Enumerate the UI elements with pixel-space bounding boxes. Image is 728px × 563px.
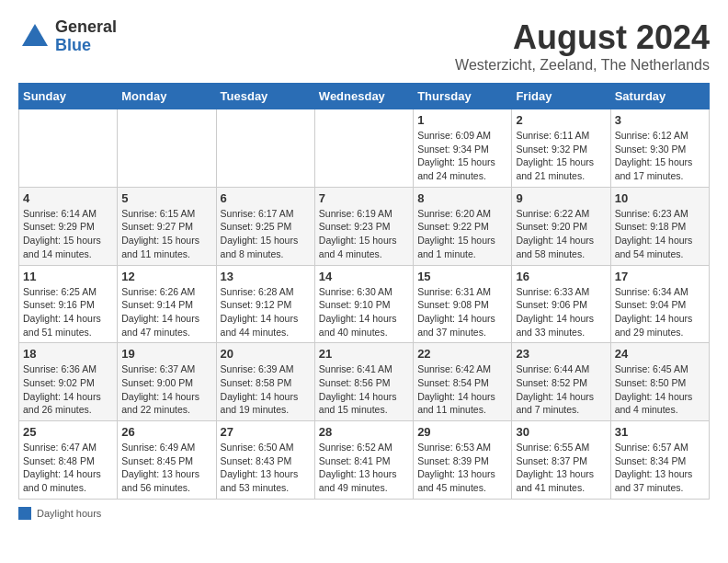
- day-info: Sunrise: 6:55 AMSunset: 8:37 PMDaylight:…: [516, 441, 606, 495]
- day-cell: 16Sunrise: 6:33 AMSunset: 9:06 PMDayligh…: [512, 265, 610, 343]
- day-info: Sunrise: 6:30 AMSunset: 9:10 PMDaylight:…: [319, 285, 409, 339]
- day-info: Sunrise: 6:37 AMSunset: 9:00 PMDaylight:…: [121, 362, 211, 417]
- location-title: Westerzicht, Zeeland, The Netherlands: [455, 57, 710, 74]
- week-row-4: 18Sunrise: 6:36 AMSunset: 9:02 PMDayligh…: [19, 343, 710, 421]
- day-number: 11: [23, 270, 113, 283]
- day-number: 25: [23, 425, 113, 439]
- day-number: 23: [516, 347, 606, 361]
- day-number: 20: [221, 347, 311, 361]
- day-info: Sunrise: 6:42 AMSunset: 8:54 PMDaylight:…: [417, 362, 507, 417]
- day-number: 26: [121, 425, 211, 439]
- day-cell: 17Sunrise: 6:34 AMSunset: 9:04 PMDayligh…: [610, 265, 709, 343]
- day-cell: 2Sunrise: 6:11 AMSunset: 9:32 PMDaylight…: [512, 109, 610, 188]
- day-cell: 28Sunrise: 6:52 AMSunset: 8:41 PMDayligh…: [314, 421, 413, 500]
- day-number: 1: [417, 113, 507, 127]
- logo-text: General Blue: [55, 18, 117, 55]
- day-number: 3: [615, 113, 705, 127]
- day-info: Sunrise: 6:20 AMSunset: 9:22 PMDaylight:…: [417, 207, 507, 261]
- day-cell: 15Sunrise: 6:31 AMSunset: 9:08 PMDayligh…: [414, 265, 512, 343]
- legend-color: [18, 507, 31, 520]
- day-cell: 30Sunrise: 6:55 AMSunset: 8:37 PMDayligh…: [512, 421, 610, 500]
- day-info: Sunrise: 6:57 AMSunset: 8:34 PMDaylight:…: [615, 441, 705, 495]
- day-info: Sunrise: 6:14 AMSunset: 9:29 PMDaylight:…: [23, 207, 113, 261]
- day-cell: 31Sunrise: 6:57 AMSunset: 8:34 PMDayligh…: [610, 421, 709, 500]
- logo: General Blue: [18, 18, 117, 55]
- day-number: 9: [516, 191, 606, 205]
- day-info: Sunrise: 6:44 AMSunset: 8:52 PMDaylight:…: [516, 362, 606, 417]
- day-cell: 29Sunrise: 6:53 AMSunset: 8:39 PMDayligh…: [414, 421, 512, 500]
- day-info: Sunrise: 6:12 AMSunset: 9:30 PMDaylight:…: [615, 129, 705, 183]
- header-cell-tuesday: Tuesday: [216, 84, 314, 109]
- header-cell-friday: Friday: [512, 84, 610, 109]
- logo-icon: [18, 20, 51, 53]
- day-info: Sunrise: 6:22 AMSunset: 9:20 PMDaylight:…: [516, 207, 606, 261]
- day-info: Sunrise: 6:17 AMSunset: 9:25 PMDaylight:…: [221, 207, 311, 261]
- day-number: 27: [221, 425, 311, 439]
- title-area: August 2024 Westerzicht, Zeeland, The Ne…: [455, 18, 710, 74]
- day-number: 5: [121, 191, 211, 205]
- day-info: Sunrise: 6:49 AMSunset: 8:45 PMDaylight:…: [121, 441, 211, 495]
- day-info: Sunrise: 6:53 AMSunset: 8:39 PMDaylight:…: [417, 441, 507, 495]
- day-cell: [216, 109, 314, 188]
- day-info: Sunrise: 6:39 AMSunset: 8:58 PMDaylight:…: [221, 362, 311, 417]
- day-info: Sunrise: 6:47 AMSunset: 8:48 PMDaylight:…: [23, 441, 113, 495]
- day-cell: 6Sunrise: 6:17 AMSunset: 9:25 PMDaylight…: [216, 187, 314, 265]
- day-number: 21: [319, 347, 409, 361]
- day-info: Sunrise: 6:15 AMSunset: 9:27 PMDaylight:…: [121, 207, 211, 261]
- day-cell: 10Sunrise: 6:23 AMSunset: 9:18 PMDayligh…: [610, 187, 709, 265]
- day-number: 17: [615, 270, 705, 283]
- day-number: 22: [417, 347, 507, 361]
- day-cell: 26Sunrise: 6:49 AMSunset: 8:45 PMDayligh…: [118, 421, 216, 500]
- day-number: 14: [319, 270, 409, 283]
- day-number: 10: [615, 191, 705, 205]
- day-info: Sunrise: 6:41 AMSunset: 8:56 PMDaylight:…: [319, 362, 409, 417]
- day-info: Sunrise: 6:52 AMSunset: 8:41 PMDaylight:…: [319, 441, 409, 495]
- calendar-header: SundayMondayTuesdayWednesdayThursdayFrid…: [19, 84, 710, 109]
- day-info: Sunrise: 6:34 AMSunset: 9:04 PMDaylight:…: [615, 285, 705, 339]
- day-info: Sunrise: 6:26 AMSunset: 9:14 PMDaylight:…: [121, 285, 211, 339]
- day-cell: 20Sunrise: 6:39 AMSunset: 8:58 PMDayligh…: [216, 343, 314, 421]
- calendar-table: SundayMondayTuesdayWednesdayThursdayFrid…: [18, 83, 710, 500]
- day-info: Sunrise: 6:23 AMSunset: 9:18 PMDaylight:…: [615, 207, 705, 261]
- day-cell: 27Sunrise: 6:50 AMSunset: 8:43 PMDayligh…: [216, 421, 314, 500]
- day-cell: [118, 109, 216, 188]
- week-row-3: 11Sunrise: 6:25 AMSunset: 9:16 PMDayligh…: [19, 265, 710, 343]
- month-title: August 2024: [455, 18, 710, 57]
- day-cell: 12Sunrise: 6:26 AMSunset: 9:14 PMDayligh…: [118, 265, 216, 343]
- day-cell: 23Sunrise: 6:44 AMSunset: 8:52 PMDayligh…: [512, 343, 610, 421]
- day-info: Sunrise: 6:09 AMSunset: 9:34 PMDaylight:…: [417, 129, 507, 183]
- day-info: Sunrise: 6:19 AMSunset: 9:23 PMDaylight:…: [319, 207, 409, 261]
- header-cell-sunday: Sunday: [19, 84, 118, 109]
- day-cell: 19Sunrise: 6:37 AMSunset: 9:00 PMDayligh…: [118, 343, 216, 421]
- day-cell: 11Sunrise: 6:25 AMSunset: 9:16 PMDayligh…: [19, 265, 118, 343]
- day-cell: [19, 109, 118, 188]
- day-cell: 14Sunrise: 6:30 AMSunset: 9:10 PMDayligh…: [314, 265, 413, 343]
- day-number: 18: [23, 347, 113, 361]
- day-number: 29: [417, 425, 507, 439]
- day-number: 4: [23, 191, 113, 205]
- day-cell: 24Sunrise: 6:45 AMSunset: 8:50 PMDayligh…: [610, 343, 709, 421]
- header-cell-monday: Monday: [118, 84, 216, 109]
- day-cell: 21Sunrise: 6:41 AMSunset: 8:56 PMDayligh…: [314, 343, 413, 421]
- day-number: 24: [615, 347, 705, 361]
- header-row: SundayMondayTuesdayWednesdayThursdayFrid…: [19, 84, 710, 109]
- day-info: Sunrise: 6:25 AMSunset: 9:16 PMDaylight:…: [23, 285, 113, 339]
- day-info: Sunrise: 6:28 AMSunset: 9:12 PMDaylight:…: [221, 285, 311, 339]
- day-cell: 7Sunrise: 6:19 AMSunset: 9:23 PMDaylight…: [314, 187, 413, 265]
- day-info: Sunrise: 6:50 AMSunset: 8:43 PMDaylight:…: [221, 441, 311, 495]
- day-number: 6: [221, 191, 311, 205]
- day-number: 13: [221, 270, 311, 283]
- day-cell: 4Sunrise: 6:14 AMSunset: 9:29 PMDaylight…: [19, 187, 118, 265]
- day-number: 8: [417, 191, 507, 205]
- calendar-body: 1Sunrise: 6:09 AMSunset: 9:34 PMDaylight…: [19, 109, 710, 500]
- legend-text: Daylight hours: [37, 508, 101, 519]
- header-cell-saturday: Saturday: [610, 84, 709, 109]
- day-cell: 9Sunrise: 6:22 AMSunset: 9:20 PMDaylight…: [512, 187, 610, 265]
- day-number: 30: [516, 425, 606, 439]
- day-number: 31: [615, 425, 705, 439]
- day-info: Sunrise: 6:31 AMSunset: 9:08 PMDaylight:…: [417, 285, 507, 339]
- day-cell: [314, 109, 413, 188]
- day-info: Sunrise: 6:33 AMSunset: 9:06 PMDaylight:…: [516, 285, 606, 339]
- week-row-5: 25Sunrise: 6:47 AMSunset: 8:48 PMDayligh…: [19, 421, 710, 500]
- day-number: 7: [319, 191, 409, 205]
